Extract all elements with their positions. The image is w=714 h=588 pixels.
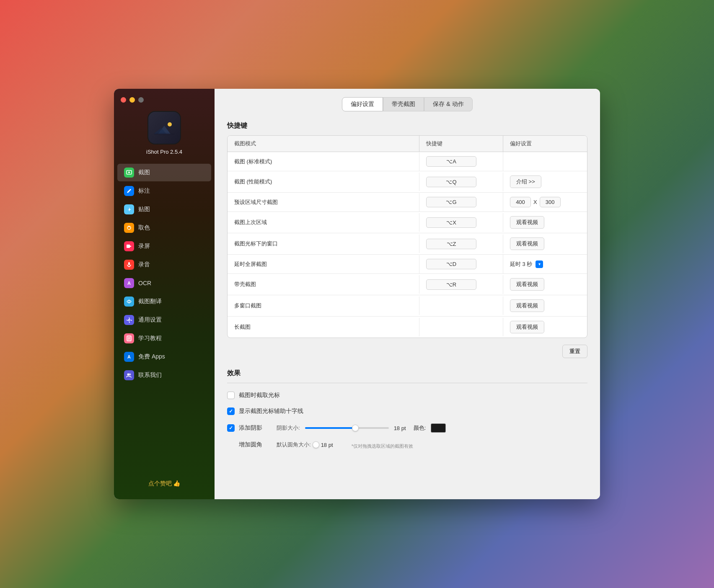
pref-cell: 观看视频 <box>503 233 587 254</box>
mode-cell: 延时全屏截图 <box>228 255 419 273</box>
intro-button[interactable]: 介绍 >> <box>510 175 541 188</box>
table-row: 延时全屏截图 延时 3 秒 ▾ <box>228 255 587 274</box>
reset-button[interactable]: 重置 <box>562 345 587 358</box>
mode-cell: 长截图 <box>228 318 419 336</box>
svg-marker-10 <box>130 245 132 247</box>
crosshair-label: 显示截图光标辅助十字线 <box>239 407 303 415</box>
svg-point-22 <box>129 374 131 376</box>
table-row: 截图 (标准模式) <box>228 152 587 171</box>
shortcut-input[interactable] <box>426 197 476 207</box>
sidebar-item-screenshot[interactable]: 截图 <box>117 164 211 181</box>
app-title: iShot Pro 2.5.4 <box>146 149 182 155</box>
mode-cell: 截图 (性能模式) <box>228 173 419 191</box>
svg-rect-9 <box>127 245 130 248</box>
app-store-icon: A <box>124 352 134 362</box>
corner-slider-thumb[interactable] <box>313 441 319 448</box>
shadow-slider-track[interactable] <box>305 427 389 429</box>
crosshair-checkbox[interactable] <box>227 407 235 415</box>
watch-video-button[interactable]: 观看视频 <box>510 237 544 250</box>
screenshot-icon <box>124 168 134 178</box>
minimize-button[interactable] <box>129 97 135 103</box>
capture-cursor-label: 截图时截取光标 <box>239 392 280 399</box>
shortcut-cell <box>419 297 503 315</box>
sidebar: iShot Pro 2.5.4 截图 标注 <box>114 89 215 499</box>
sidebar-item-record-video[interactable]: 录屏 <box>117 237 211 255</box>
mode-cell: 截图 (标准模式) <box>228 152 419 171</box>
close-button[interactable] <box>121 97 126 103</box>
sidebar-item-free-apps[interactable]: A 免费 Apps <box>117 348 211 366</box>
shadow-slider-thumb[interactable] <box>352 425 359 431</box>
svg-point-15 <box>128 319 130 321</box>
sidebar-label-color: 取色 <box>138 224 150 232</box>
sidebar-item-annotate[interactable]: 标注 <box>117 182 211 200</box>
height-input[interactable] <box>540 197 561 207</box>
watch-video-button[interactable]: 观看视频 <box>510 321 544 333</box>
tab-bar: 偏好设置 带壳截图 保存 & 动作 <box>227 97 587 111</box>
pref-cell: 观看视频 <box>503 317 587 338</box>
shortcuts-title: 快捷键 <box>227 121 587 130</box>
sidebar-item-ocr[interactable]: A OCR <box>117 274 211 292</box>
corner-value: 18 pt <box>321 442 336 448</box>
delay-dropdown[interactable]: ▾ <box>536 260 543 268</box>
corner-slider-row: 默认圆角大小: 18 pt <box>277 441 336 449</box>
corner-row: 增加圆角 默认圆角大小: 18 pt *仅对拖拽选取区域的截图有效 <box>227 437 587 454</box>
sidebar-item-contact[interactable]: 联系我们 <box>117 366 211 384</box>
sidebar-item-translate[interactable]: 截图翻译 <box>117 293 211 310</box>
capture-cursor-row: 截图时截取光标 <box>227 387 587 403</box>
shortcut-input[interactable] <box>426 279 476 290</box>
shortcut-input[interactable] <box>426 217 476 228</box>
shortcut-input[interactable] <box>426 177 476 187</box>
sidebar-label-record-audio: 录音 <box>138 261 150 268</box>
sidebar-label-ocr: OCR <box>138 280 151 286</box>
divider <box>227 383 587 383</box>
capture-cursor-checkbox[interactable] <box>227 392 235 399</box>
main-content: 偏好设置 带壳截图 保存 & 动作 快捷键 截图模式 快捷键 偏好设置 截图 (… <box>215 89 600 499</box>
maximize-button[interactable] <box>138 97 144 103</box>
table-row: 截图上次区域 观看视频 <box>228 212 587 233</box>
sidebar-item-record-audio[interactable]: 录音 <box>117 256 211 273</box>
width-input[interactable] <box>510 197 531 207</box>
tutorial-icon <box>124 333 134 343</box>
pref-cell <box>503 152 587 171</box>
general-icon <box>124 315 134 325</box>
sidebar-item-color[interactable]: 取色 <box>117 219 211 237</box>
annotate-icon <box>124 186 134 196</box>
svg-rect-11 <box>128 262 130 265</box>
watch-video-button[interactable]: 观看视频 <box>510 216 544 229</box>
tab-shell-screenshot[interactable]: 带壳截图 <box>383 97 424 111</box>
tab-save-action[interactable]: 保存 & 动作 <box>424 97 472 111</box>
tab-preferences[interactable]: 偏好设置 <box>342 97 383 111</box>
header-pref: 偏好设置 <box>503 136 587 152</box>
shortcut-input[interactable] <box>426 156 476 167</box>
corner-slider-label: 默认圆角大小: <box>277 441 311 449</box>
mode-cell: 截图上次区域 <box>228 213 419 232</box>
corner-label: 增加圆角 <box>239 441 262 449</box>
header-mode: 截图模式 <box>228 136 419 152</box>
watch-video-button[interactable]: 观看视频 <box>510 299 544 312</box>
shortcut-cell <box>419 173 503 191</box>
reset-row: 重置 <box>227 345 587 363</box>
shortcut-input[interactable] <box>426 259 476 269</box>
footer-like[interactable]: 点个赞吧 👍 <box>143 475 186 493</box>
svg-point-3 <box>168 122 172 126</box>
sidebar-label-pin: 贴图 <box>138 206 150 213</box>
shortcut-input[interactable] <box>426 239 476 249</box>
shadow-slider-label: 阴影大小: <box>277 424 300 432</box>
sidebar-label-annotate: 标注 <box>138 187 150 195</box>
shortcut-cell <box>419 235 503 253</box>
color-swatch[interactable] <box>431 423 446 433</box>
table-row: 长截图 观看视频 <box>228 317 587 338</box>
shortcut-cell <box>419 255 503 273</box>
pin-icon <box>124 204 134 214</box>
watch-video-button[interactable]: 观看视频 <box>510 278 544 291</box>
pref-cell: X <box>503 193 587 211</box>
shadow-checkbox[interactable] <box>227 424 235 432</box>
sidebar-item-general[interactable]: 通用设置 <box>117 311 211 329</box>
shortcut-cell <box>419 275 503 294</box>
color-icon <box>124 223 134 233</box>
effects-title: 效果 <box>227 369 587 378</box>
sidebar-item-pin[interactable]: 贴图 <box>117 201 211 218</box>
sidebar-item-tutorial[interactable]: 学习教程 <box>117 330 211 347</box>
mode-cell: 截图光标下的窗口 <box>228 235 419 253</box>
table-row: 多窗口截图 观看视频 <box>228 295 587 317</box>
